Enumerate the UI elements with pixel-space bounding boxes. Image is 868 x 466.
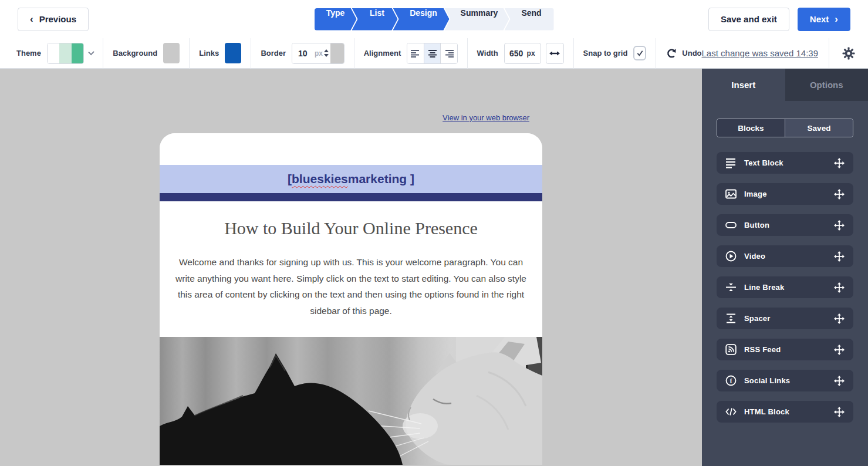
move-handle-icon[interactable]	[834, 345, 845, 355]
block-item-label: Social Links	[744, 376, 790, 385]
top-bar: ‹ Previous Type List Design Summary Send…	[0, 0, 868, 38]
next-button[interactable]: Next ›	[798, 8, 850, 31]
move-handle-icon[interactable]	[834, 158, 845, 168]
previous-button-label: Previous	[39, 14, 76, 24]
sidebar-tabs: Insert Options	[702, 69, 868, 101]
tab-options[interactable]: Options	[785, 69, 868, 101]
toggle-blocks[interactable]: Blocks	[717, 119, 785, 137]
previous-button[interactable]: ‹ Previous	[18, 8, 89, 31]
align-center-icon	[427, 49, 438, 58]
toolbar-divider	[189, 38, 190, 69]
block-item-text-block[interactable]: Text Block	[717, 152, 853, 174]
block-item-social-links[interactable]: f Social Links	[717, 370, 853, 391]
border-label: Border	[261, 49, 286, 58]
email-heading[interactable]: How to Build Your Online Presence	[171, 215, 531, 241]
background-label: Background	[113, 49, 157, 58]
email-card: [ blueskies marketing ] How to Build You…	[160, 133, 542, 465]
block-item-html-block[interactable]: HTML Block	[717, 401, 853, 423]
move-handle-icon[interactable]	[834, 220, 845, 231]
full-width-button[interactable]	[546, 43, 564, 64]
social-links-icon: f	[725, 375, 737, 386]
tab-insert[interactable]: Insert	[702, 69, 785, 101]
video-icon	[725, 251, 737, 262]
email-header-block[interactable]	[160, 133, 542, 165]
step-type[interactable]: Type	[315, 8, 357, 31]
gear-icon	[842, 47, 855, 60]
border-color-swatch[interactable]	[330, 43, 344, 63]
save-status-link[interactable]: Last change was saved 14:39	[702, 48, 818, 58]
block-item-button[interactable]: Button	[717, 214, 853, 236]
move-handle-icon[interactable]	[834, 376, 845, 386]
block-item-spacer[interactable]: Spacer	[717, 308, 853, 329]
border-stepper[interactable]	[323, 43, 330, 63]
toolbar-divider	[656, 38, 656, 69]
view-in-browser-link[interactable]: View in your web browser	[443, 113, 529, 122]
align-right-icon	[444, 49, 454, 58]
block-item-label: Text Block	[744, 158, 783, 167]
email-canvas: View in your web browser [ blueskies mar…	[0, 69, 702, 466]
stepper-down-icon[interactable]	[324, 54, 329, 57]
block-item-rss-feed[interactable]: RSS Feed	[717, 339, 853, 360]
email-paragraph[interactable]: Welcome and thanks for signing up with u…	[175, 254, 527, 319]
theme-picker[interactable]	[47, 43, 84, 64]
right-sidebar: Insert Options Blocks Saved Text Block I…	[702, 69, 868, 466]
step-list[interactable]: List	[352, 8, 398, 31]
step-design[interactable]: Design	[393, 8, 450, 31]
toolbar-divider	[573, 38, 574, 69]
toolbar-divider	[467, 38, 468, 69]
undo-button[interactable]: Undo	[666, 48, 701, 59]
block-item-label: HTML Block	[744, 407, 789, 416]
width-input[interactable]	[506, 49, 527, 58]
links-color-swatch[interactable]	[225, 43, 241, 63]
spacer-icon	[725, 313, 737, 324]
move-handle-icon[interactable]	[834, 251, 845, 262]
chevron-down-icon[interactable]	[88, 49, 94, 55]
move-handle-icon[interactable]	[834, 282, 845, 293]
toggle-saved[interactable]: Saved	[785, 119, 853, 137]
blocks-saved-toggle: Blocks Saved	[717, 119, 853, 137]
align-center-button[interactable]	[424, 43, 440, 63]
cats-photo[interactable]	[160, 337, 542, 465]
undo-label: Undo	[682, 49, 701, 58]
block-item-image[interactable]: Image	[717, 183, 853, 205]
block-item-video[interactable]: Video	[717, 245, 853, 267]
next-button-label: Next	[810, 14, 829, 24]
chevron-right-icon: ›	[835, 14, 838, 24]
line-break-icon	[725, 282, 737, 293]
move-handle-icon[interactable]	[834, 313, 845, 324]
move-handle-icon[interactable]	[834, 407, 845, 417]
checkmark-icon	[636, 49, 644, 57]
block-item-line-break[interactable]: Line Break	[717, 276, 853, 298]
snap-to-grid-label: Snap to grid	[583, 49, 628, 58]
border-width-input[interactable]	[292, 43, 315, 63]
html-block-icon	[725, 406, 737, 417]
settings-button[interactable]	[842, 47, 855, 60]
step-send[interactable]: Send	[505, 8, 554, 31]
theme-swatch-mint	[59, 43, 71, 63]
block-item-label: RSS Feed	[744, 345, 781, 354]
align-right-button[interactable]	[440, 43, 457, 63]
move-handle-icon[interactable]	[834, 189, 845, 200]
svg-text:f: f	[730, 377, 732, 384]
button-icon	[725, 220, 737, 231]
save-and-exit-button[interactable]: Save and exit	[708, 8, 789, 31]
image-icon	[725, 188, 737, 200]
block-item-label: Spacer	[744, 314, 771, 323]
toolbar-divider	[354, 38, 354, 69]
email-body: How to Build Your Online Presence Welcom…	[160, 215, 542, 465]
snap-to-grid-checkbox[interactable]	[633, 46, 646, 60]
width-label: Width	[477, 49, 498, 58]
background-color-swatch[interactable]	[163, 43, 180, 63]
block-list: Text Block Image Button	[717, 152, 853, 423]
theme-label: Theme	[16, 49, 41, 58]
email-accent-bar	[160, 193, 542, 201]
email-brand-block[interactable]: [ blueskies marketing ]	[160, 165, 542, 193]
stepper-up-icon[interactable]	[324, 49, 329, 52]
chevron-left-icon: ‹	[30, 14, 33, 24]
align-left-button[interactable]	[407, 43, 424, 63]
theme-swatch-green	[72, 43, 83, 63]
alignment-control	[407, 43, 457, 64]
links-label: Links	[199, 49, 219, 58]
step-summary[interactable]: Summary	[445, 8, 509, 31]
toolbar-divider	[103, 38, 103, 69]
